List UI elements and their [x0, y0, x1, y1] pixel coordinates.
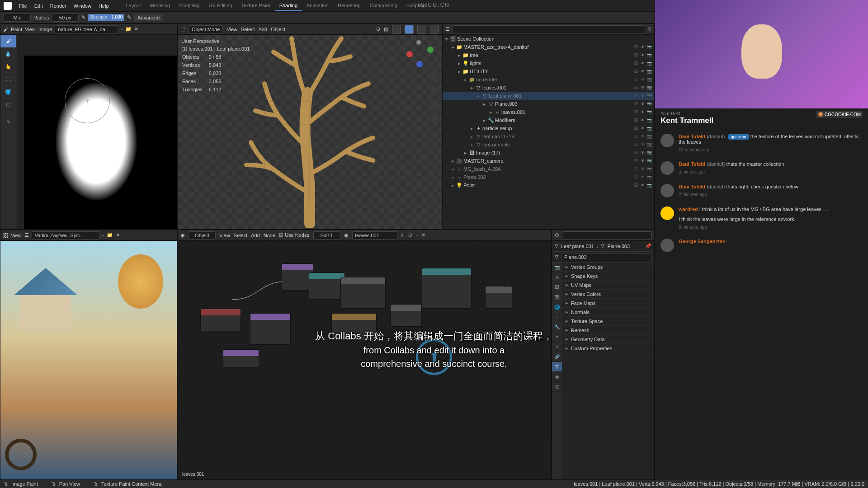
unlink-icon[interactable]: ✕ — [116, 232, 120, 238]
prop-panel[interactable]: ▸Texture Space — [562, 317, 654, 326]
restrict-visible-icon[interactable]: 👁 — [641, 118, 646, 122]
outliner-row[interactable]: ▸🎥MASTER_camera☑👁📷 — [443, 157, 654, 165]
restrict-select-icon[interactable]: ☑ — [634, 45, 640, 49]
node-image-tex[interactable] — [340, 277, 386, 309]
shader-type[interactable]: Object — [189, 231, 216, 239]
breadcrumb-obj2[interactable]: Plane.003 — [607, 244, 630, 249]
users-count[interactable]: 3 — [401, 233, 404, 238]
restrict-visible-icon[interactable]: 👁 — [641, 175, 646, 179]
overlay-icon[interactable]: ⊙ — [376, 26, 380, 32]
restrict-select-icon[interactable]: ☑ — [634, 183, 640, 188]
slot-dropdown[interactable]: Slot 1 — [313, 231, 340, 239]
tab-scene-icon[interactable]: 🎬 — [552, 292, 562, 302]
prop-panel[interactable]: ▸Face Maps — [562, 299, 654, 308]
outliner-row[interactable]: ▸✦particle setup☑👁📷 — [443, 124, 654, 132]
tab-modeling[interactable]: Modeling — [146, 1, 175, 11]
tab-object-icon[interactable]: ▫ — [552, 312, 562, 322]
prop-panel[interactable]: ▸Normals — [562, 308, 654, 317]
pin-icon[interactable]: 📌 — [645, 243, 651, 249]
prop-panel[interactable]: ▸Remesh — [562, 326, 654, 335]
restrict-select-icon[interactable]: ☑ — [634, 102, 640, 106]
prop-panel[interactable]: ▸Custom Properties — [562, 344, 654, 353]
props-search[interactable] — [562, 231, 651, 239]
node-view-menu[interactable]: View — [219, 233, 230, 238]
soften-tool-icon[interactable]: 💧 — [0, 47, 16, 60]
clone-tool-icon[interactable]: ⛶ — [0, 73, 16, 85]
outliner-search[interactable] — [453, 25, 645, 33]
restrict-visible-icon[interactable]: 👁 — [641, 126, 646, 131]
camera-icon[interactable] — [429, 99, 439, 109]
tab-layout[interactable]: Layout — [122, 1, 146, 11]
tab-viewlayer-icon[interactable]: 🖼 — [552, 282, 562, 292]
node-node-menu[interactable]: Node — [264, 233, 275, 238]
smear-tool-icon[interactable]: 👆 — [0, 60, 16, 73]
restrict-render-icon[interactable]: 📷 — [647, 45, 652, 49]
reference-artwork[interactable] — [0, 241, 177, 479]
restrict-render-icon[interactable]: 📷 — [647, 118, 652, 122]
pressure-radius-icon[interactable]: ✎ — [81, 14, 85, 20]
restrict-visible-icon[interactable]: 👁 — [641, 102, 646, 106]
restrict-visible-icon[interactable]: 👁 — [641, 159, 646, 163]
chat-username[interactable]: Dani Tufeld — [679, 161, 705, 167]
axis-x-icon[interactable] — [406, 51, 413, 57]
restrict-select-icon[interactable]: ☑ — [634, 150, 640, 155]
image-menu[interactable]: Image — [38, 27, 52, 32]
prop-panel[interactable]: ▸Vertex Groups — [562, 263, 654, 272]
restrict-visible-icon[interactable]: 👁 — [641, 69, 646, 74]
restrict-render-icon[interactable]: 📷 — [647, 110, 652, 114]
node-b[interactable] — [309, 272, 345, 300]
restrict-select-icon[interactable]: ☑ — [634, 85, 640, 90]
restrict-visible-icon[interactable]: 👁 — [641, 167, 646, 171]
open-image-icon[interactable]: 📁 — [125, 26, 132, 32]
tab-objectdata-icon[interactable]: ▽ — [552, 362, 562, 372]
outliner-row[interactable]: ▸▽Plane.002☑👁📷 — [443, 173, 654, 181]
restrict-render-icon[interactable]: 📷 — [647, 167, 652, 171]
shade-matprev-icon[interactable] — [417, 25, 426, 34]
outliner-row[interactable]: ▸💡Point☑👁📷 — [443, 181, 654, 189]
outliner-row[interactable]: ▸▽Leaf plane.001☑👁📷 — [443, 92, 654, 100]
outliner-row[interactable]: ▸▽leaf-card.1719☑👁📷 — [443, 132, 654, 141]
node-principled[interactable] — [422, 268, 472, 309]
editor-type-icon[interactable]: 🖼 — [3, 233, 8, 238]
draw-tool-icon[interactable]: 🖌 — [0, 35, 16, 47]
axis-neg-icon[interactable] — [416, 40, 421, 45]
restrict-render-icon[interactable]: 📷 — [647, 134, 652, 139]
ref-view-menu[interactable]: View — [11, 233, 22, 238]
unlink-mat-icon[interactable]: ✕ — [421, 232, 425, 238]
restrict-render-icon[interactable]: 📷 — [647, 126, 652, 131]
menu-edit[interactable]: Edit — [31, 1, 47, 10]
restrict-visible-icon[interactable]: 👁 — [641, 61, 646, 66]
node-c[interactable] — [223, 349, 259, 367]
shade-solid-icon[interactable] — [405, 25, 414, 34]
restrict-render-icon[interactable]: 📷 — [647, 175, 652, 179]
tab-physics-icon[interactable]: ⚛ — [552, 342, 562, 352]
editor-type-icon[interactable]: ⬚ — [180, 26, 185, 32]
menu-help[interactable]: Help — [95, 1, 113, 10]
new-image-icon[interactable]: ▫ — [121, 27, 123, 32]
node-add-menu[interactable]: Add — [251, 233, 260, 238]
vp-add-menu[interactable]: Add — [259, 27, 268, 32]
restrict-select-icon[interactable]: ☑ — [634, 53, 640, 57]
pan-icon[interactable] — [429, 85, 439, 95]
tab-shading[interactable]: Shading — [275, 1, 302, 11]
tab-rendering[interactable]: Rendering — [333, 1, 365, 11]
chat-username[interactable]: George Sangeorzan — [679, 239, 726, 244]
outliner-row[interactable]: ▸📁MASTER_acc_tree-A_danituf☑👁📷 — [443, 43, 654, 51]
restrict-select-icon[interactable]: ☑ — [634, 142, 640, 147]
tab-constraint-icon[interactable]: 🔗 — [552, 352, 562, 362]
nav-gizmo[interactable] — [406, 40, 434, 67]
menu-file[interactable]: File — [15, 1, 31, 10]
restrict-render-icon[interactable]: 📷 — [647, 53, 652, 57]
zoom-icon[interactable] — [429, 72, 439, 82]
restrict-render-icon[interactable]: 📷 — [647, 69, 652, 74]
xray-icon[interactable]: ▧ — [384, 26, 388, 32]
editor-type-icon[interactable]: ☰ — [445, 26, 450, 32]
tab-render-icon[interactable]: 📷 — [552, 263, 562, 272]
unlink-image-icon[interactable]: ✕ — [134, 26, 138, 32]
restrict-select-icon[interactable]: ☑ — [634, 134, 640, 139]
open-icon[interactable]: 📁 — [107, 232, 113, 238]
strength-slider[interactable]: Strength 1.000 — [88, 14, 124, 21]
restrict-select-icon[interactable]: ☑ — [634, 126, 640, 131]
paint-menu[interactable]: Paint — [11, 27, 22, 32]
outliner-row[interactable]: ▸▽leaf-normals☑👁📷 — [443, 141, 654, 149]
